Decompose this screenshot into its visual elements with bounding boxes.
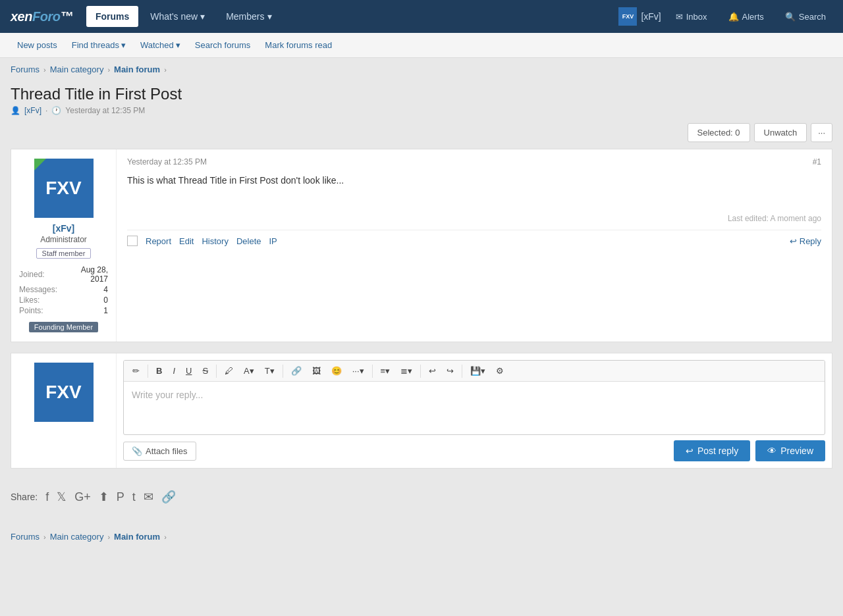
post-role: Administrator [40, 235, 87, 244]
post-date: Yesterday at 12:35 PM [127, 157, 207, 167]
eraser-button[interactable]: ✏ [128, 363, 144, 378]
post-edited: Last edited: A moment ago [127, 214, 821, 223]
emoji-button[interactable]: 😊 [327, 363, 346, 378]
color-button[interactable]: 🖊 [220, 363, 238, 378]
reply-sidebar: FXV [11, 353, 117, 468]
toolbar-separator [283, 365, 283, 378]
share-googleplus[interactable]: G+ [74, 490, 91, 504]
share-facebook[interactable]: f [45, 490, 49, 504]
avatar: FXV [618, 7, 637, 26]
share-twitter[interactable]: 𝕏 [57, 490, 67, 504]
username-label: [xFv] [641, 11, 661, 22]
thread-date: Yesterday at 12:35 PM [65, 106, 145, 115]
user-menu[interactable]: FXV [xFv] [618, 7, 661, 26]
reply-submit-actions: ↩ Post reply 👁 Preview [674, 440, 825, 461]
mark-forums-read-link[interactable]: Mark forums read [258, 36, 339, 54]
thread-title: Thread Title in First Post [11, 81, 832, 103]
more-formats-button[interactable]: ···▾ [348, 363, 369, 378]
logo: xenForo™ [11, 9, 73, 24]
avatar-corner [34, 159, 46, 170]
share-tumblr[interactable]: t [132, 490, 136, 504]
breadcrumb-separator: › [164, 66, 167, 74]
post-container: FXV [xFv] Administrator Staff member Joi… [11, 149, 832, 342]
thread-actions: Selected: 0 Unwatch ··· [11, 123, 832, 142]
selected-button[interactable]: Selected: 0 [688, 123, 750, 142]
nav-forums[interactable]: Forums [86, 6, 138, 27]
post-text: This is what Thread Title in First Post … [127, 173, 821, 188]
search-forums-link[interactable]: Search forums [188, 36, 258, 54]
toolbar-separator [148, 365, 148, 378]
share-pinterest[interactable]: P [117, 490, 124, 504]
strikethrough-button[interactable]: S [198, 363, 213, 378]
font-size-button[interactable]: T▾ [260, 363, 279, 378]
reply-link[interactable]: ↩ Reply [790, 236, 821, 246]
share-email[interactable]: ✉ [144, 490, 153, 504]
delete-link[interactable]: Delete [236, 236, 261, 246]
stat-value: 4 [61, 285, 108, 294]
attach-files-button[interactable]: 📎 Attach files [123, 442, 196, 461]
bottom-breadcrumb-forums[interactable]: Forums [11, 532, 40, 542]
stat-row: Points: 1 [19, 306, 108, 315]
inbox-button[interactable]: ✉ Inbox [669, 8, 714, 26]
preview-button[interactable]: 👁 Preview [755, 440, 825, 461]
editor-settings-button[interactable]: ⚙ [491, 363, 508, 378]
editor-placeholder: Write your reply... [132, 390, 203, 400]
share-reddit[interactable]: ⬆ [99, 490, 109, 504]
search-icon: 🔍 [785, 12, 796, 22]
chevron-down-icon: ▾ [200, 11, 205, 22]
stat-row: Joined: Aug 28, 2017 [19, 265, 108, 284]
share-row: Share: f 𝕏 G+ ⬆ P t ✉ 🔗 [11, 482, 832, 512]
history-link[interactable]: History [202, 236, 228, 246]
watched-link[interactable]: Watched ▾ [134, 36, 187, 54]
post-action-bar: Report Edit History Delete IP [127, 236, 277, 246]
post-sidebar: FXV [xFv] Administrator Staff member Joi… [11, 149, 117, 342]
avatar-text: FXV [45, 178, 81, 199]
underline-button[interactable]: U [181, 363, 196, 378]
clock-icon: 🕐 [51, 106, 61, 115]
reply-avatar: FXV [34, 363, 94, 422]
editor-toolbar: ✏ B I U S 🖊 A▾ T▾ 🔗 🖼 😊 ···▾ ≡▾ [123, 360, 825, 435]
paperclip-icon: 📎 [132, 446, 142, 456]
font-color-button[interactable]: A▾ [239, 363, 259, 378]
more-actions-button[interactable]: ··· [811, 123, 832, 142]
post-reply-button[interactable]: ↩ Post reply [674, 440, 750, 461]
avatar: FXV [34, 159, 94, 218]
nav-whatsnew[interactable]: What's new ▾ [141, 6, 214, 27]
clock-icon: · [45, 106, 47, 115]
unwatch-button[interactable]: Unwatch [754, 123, 807, 142]
new-posts-link[interactable]: New posts [11, 36, 64, 54]
chevron-down-icon: ▾ [267, 11, 272, 22]
italic-button[interactable]: I [168, 363, 180, 378]
link-button[interactable]: 🔗 [286, 363, 306, 378]
post-stats: Joined: Aug 28, 2017 Messages: 4 Likes: … [18, 264, 109, 317]
image-button[interactable]: 🖼 [308, 363, 325, 378]
post-select-checkbox[interactable] [127, 236, 138, 246]
bottom-breadcrumb-maincategory[interactable]: Main category [50, 532, 104, 542]
chevron-down-icon: ▾ [176, 40, 180, 50]
toolbar-separator [462, 365, 462, 378]
save-draft-button[interactable]: 💾▾ [466, 363, 490, 378]
founding-member-badge: Founding Member [29, 322, 98, 332]
post-username[interactable]: [xFv] [53, 223, 74, 234]
thread-meta: 👤 [xFv] · 🕐 Yesterday at 12:35 PM [11, 106, 832, 115]
breadcrumb-forums[interactable]: Forums [11, 64, 40, 74]
reply-editor[interactable]: Write your reply... [124, 382, 825, 434]
redo-button[interactable]: ↪ [442, 363, 458, 378]
toolbar-separator [372, 365, 373, 378]
breadcrumb-maincategory[interactable]: Main category [50, 64, 104, 74]
find-threads-link[interactable]: Find threads ▾ [65, 36, 132, 54]
thread-author[interactable]: [xFv] [24, 106, 41, 115]
align-button[interactable]: ≡▾ [376, 363, 395, 378]
list-button[interactable]: ≣▾ [396, 363, 417, 378]
report-link[interactable]: Report [146, 236, 171, 246]
undo-button[interactable]: ↩ [424, 363, 441, 378]
stat-value: 0 [61, 295, 108, 305]
edit-link[interactable]: Edit [179, 236, 194, 246]
search-button[interactable]: 🔍 Search [778, 8, 832, 26]
nav-members[interactable]: Members ▾ [217, 6, 281, 27]
bold-button[interactable]: B [151, 363, 167, 378]
alerts-button[interactable]: 🔔 Alerts [722, 8, 771, 26]
bell-icon: 🔔 [728, 12, 739, 22]
share-link[interactable]: 🔗 [161, 490, 176, 504]
ip-link[interactable]: IP [269, 236, 277, 246]
